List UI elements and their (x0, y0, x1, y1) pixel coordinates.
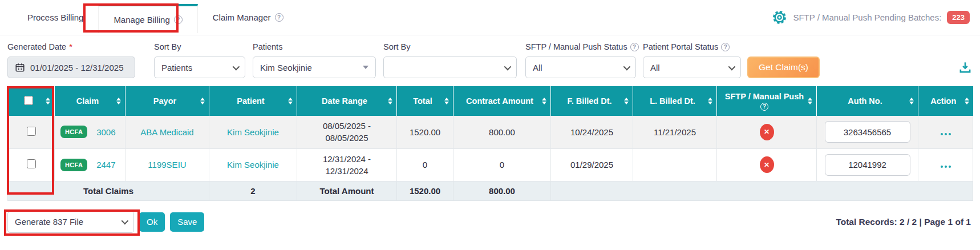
tab-manage-billing[interactable]: Manage Billing (98, 4, 197, 33)
date-range-cell: 12/31/2024 -12/31/2024 (297, 148, 397, 181)
sftp-status-field: SFTP / Manual Push Status All (525, 42, 636, 78)
push-failed-icon[interactable] (760, 156, 774, 173)
payor-link[interactable]: ABA Medicaid (140, 127, 193, 137)
tab-process-billing[interactable]: Process Billing (13, 0, 98, 35)
generated-date-field: Generated Date* 01/01/2025 - 12/31/2025 (7, 42, 135, 78)
sort-icon[interactable] (388, 98, 392, 104)
help-icon[interactable] (630, 43, 639, 51)
caret-down-icon (363, 66, 368, 69)
patient-link[interactable]: Kim Seokjinie (227, 127, 279, 137)
portal-status-value: All (650, 63, 660, 72)
tab-claim-manager[interactable]: Claim Manager (198, 0, 298, 35)
sort-by-label: Sort By (154, 42, 245, 51)
sort-by-select[interactable]: Patients (154, 57, 245, 78)
portal-status-select[interactable]: All (643, 57, 741, 78)
col-contract-amount[interactable]: Contract Amount (453, 86, 551, 116)
sort-icon[interactable] (965, 98, 969, 104)
generated-date-value: 01/01/2025 - 12/31/2025 (30, 63, 123, 72)
help-icon[interactable] (174, 15, 183, 24)
help-icon[interactable] (760, 103, 768, 111)
total-cell: 0 (397, 148, 453, 181)
pending-batches-count-badge: 223 (947, 11, 970, 24)
chevron-down-icon (233, 63, 240, 70)
calendar-icon (15, 62, 25, 72)
table-row: HCFA 2447 1199SEIU Kim Seokjinie 12/31/2… (8, 148, 973, 181)
gear-icon[interactable] (772, 10, 787, 25)
bulk-action-value: Generate 837 File (15, 217, 83, 227)
sort-icon[interactable] (909, 98, 914, 104)
col-l-billed[interactable]: L. Billed Dt. (633, 86, 717, 116)
get-claims-button[interactable]: Get Claim(s) (747, 57, 820, 78)
generated-date-input[interactable]: 01/01/2025 - 12/31/2025 (7, 57, 135, 78)
push-failed-icon[interactable] (760, 124, 774, 140)
help-icon[interactable] (275, 13, 284, 22)
select-all-checkbox[interactable] (24, 96, 33, 105)
claim-number-link[interactable]: 2447 (96, 160, 115, 170)
col-date-range[interactable]: Date Range (297, 86, 397, 116)
chevron-down-icon (504, 63, 512, 70)
sort-icon[interactable] (624, 98, 629, 104)
patients-field: Patients Kim Seokjinie (253, 42, 376, 78)
col-action[interactable]: Action (918, 86, 973, 116)
sort-icon[interactable] (808, 98, 812, 104)
col-payor[interactable]: Payor (125, 86, 209, 116)
claim-number-link[interactable]: 3006 (96, 127, 115, 137)
bulk-action-select[interactable]: Generate 837 File (7, 211, 134, 233)
auth-no-cell (817, 148, 918, 181)
sort-icon[interactable] (46, 98, 50, 104)
col-patient[interactable]: Patient (209, 86, 297, 116)
claims-table-wrap: Claim Payor Patient Date Range Total Con… (0, 86, 980, 201)
patient-link[interactable]: Kim Seokjinie (227, 160, 279, 170)
total-amount-label: Total Amount (297, 181, 397, 200)
col-f-billed[interactable]: F. Billed Dt. (551, 86, 633, 116)
patients-select[interactable]: Kim Seokjinie (253, 57, 376, 78)
claim-cell: HCFA 3006 (55, 116, 125, 148)
last-billed-cell: 11/21/2025 (633, 116, 717, 148)
col-sftp-push[interactable]: SFTP / Manual Push (717, 86, 817, 116)
action-cell (918, 148, 973, 181)
ok-button[interactable]: Ok (139, 212, 165, 232)
auth-no-input[interactable] (825, 154, 910, 176)
last-billed-cell (633, 148, 717, 181)
actions-ellipsis-icon[interactable] (941, 133, 951, 135)
tab-process-billing-label: Process Billing (27, 13, 83, 22)
tab-bar: Process Billing Manage Billing Claim Man… (0, 0, 980, 35)
required-asterisk: * (69, 42, 72, 51)
sort-by-value: Patients (161, 63, 192, 72)
help-icon[interactable] (721, 43, 730, 51)
claim-cell: HCFA 2447 (55, 148, 125, 181)
portal-status-field: Patient Portal Status All (643, 42, 741, 78)
auth-no-input[interactable] (825, 121, 910, 143)
table-row: HCFA 3006 ABA Medicaid Kim Seokjinie 08/… (8, 116, 973, 148)
download-icon[interactable] (958, 60, 973, 75)
sftp-status-select[interactable]: All (525, 57, 636, 78)
first-billed-cell: 01/29/2025 (551, 148, 633, 181)
sort-icon[interactable] (708, 98, 712, 104)
actions-ellipsis-icon[interactable] (941, 166, 951, 168)
bottom-bar: Generate 837 File Ok Save Total Records:… (0, 201, 980, 233)
save-button[interactable]: Save (170, 212, 204, 232)
summary-contract: 800.00 (453, 181, 551, 200)
summary-row: Total Claims 2 Total Amount 1520.00 800.… (8, 181, 973, 200)
total-claims-count: 2 (209, 181, 297, 200)
payor-link[interactable]: 1199SEIU (148, 160, 186, 170)
sort-icon[interactable] (288, 98, 293, 104)
sort-icon[interactable] (444, 98, 449, 104)
col-claim[interactable]: Claim (55, 86, 125, 116)
row-checkbox[interactable] (27, 127, 36, 136)
col-auth-no[interactable]: Auth No. (817, 86, 918, 116)
col-total[interactable]: Total (397, 86, 453, 116)
action-cell (918, 116, 973, 148)
sort-by-2-select[interactable] (383, 57, 517, 78)
sort-by-2-label: Sort By (383, 42, 517, 51)
row-checkbox[interactable] (27, 159, 36, 168)
sftp-status-value: All (533, 63, 542, 72)
sftp-status-label: SFTP / Manual Push Status (525, 42, 627, 51)
select-all-header (8, 86, 55, 116)
sort-icon[interactable] (200, 98, 205, 104)
chevron-down-icon (122, 217, 129, 225)
row-select-cell (8, 116, 55, 148)
row-select-cell (8, 148, 55, 181)
sort-icon[interactable] (542, 98, 546, 104)
sort-icon[interactable] (116, 98, 121, 104)
